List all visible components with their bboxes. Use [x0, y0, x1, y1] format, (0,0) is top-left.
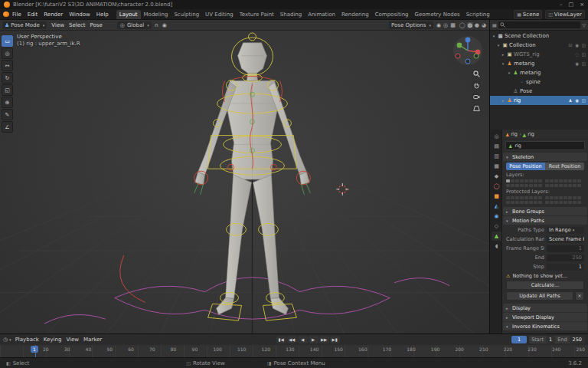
workspace-tab[interactable]: Animation [305, 10, 338, 19]
workspace-tab[interactable]: Geometry Nodes [412, 10, 463, 19]
protected-layer-toggle[interactable] [545, 196, 549, 199]
overlay-toggle-icon[interactable]: ▩ [449, 22, 456, 28]
close-icon[interactable]: × [575, 291, 584, 301]
protected-layer-toggle[interactable] [577, 201, 581, 204]
properties-tab[interactable]: ▦ [492, 162, 501, 171]
properties-tab[interactable]: ◉ [492, 212, 501, 221]
outliner-row-collection[interactable]: ▾ ▣ Collection ☑ ◉ ◫ [490, 41, 588, 50]
pan-hand-icon[interactable] [472, 80, 481, 90]
row-visibility-icons[interactable]: ♟ ◉ ◫ [569, 98, 586, 103]
properties-tab[interactable]: ◯ [492, 182, 501, 191]
playhead-frame-badge[interactable]: 1 [31, 346, 38, 353]
viewport-tool-button[interactable]: ◱ [2, 84, 13, 96]
layer-toggle[interactable] [520, 184, 524, 187]
mode-dropdown[interactable]: ♟ Pose Mode [2, 21, 47, 29]
filter-icon[interactable]: ▽ [582, 22, 586, 28]
properties-tab[interactable]: ▤ [492, 142, 501, 151]
protected-layer-toggle[interactable] [511, 196, 514, 199]
step-field[interactable]: 1 [547, 264, 584, 271]
protected-layer-toggle[interactable] [534, 196, 537, 199]
protected-layer-toggle[interactable] [520, 196, 524, 199]
menu-item[interactable]: File [9, 11, 24, 18]
section-header-skeleton[interactable]: Skeleton [503, 153, 587, 161]
properties-tab[interactable]: ◖ [492, 242, 501, 251]
outliner-row-metarig[interactable]: ▾ ♟ metarig ◉ ◫ [490, 59, 588, 68]
row-visibility-icons[interactable]: ◉ ◫ [575, 61, 586, 66]
transport-button[interactable]: ▶▮ [330, 336, 340, 343]
outliner-row-metarig-data[interactable]: ▾ ♟ metarig [490, 68, 588, 77]
layer-toggle[interactable] [559, 179, 563, 182]
pose-options-dropdown[interactable]: Pose Options [389, 21, 433, 29]
outliner-row-wgts-rig[interactable]: ▸ ▣ WGTS_rig ◌ ◫ [490, 50, 588, 59]
start-field[interactable]: 1 [546, 336, 555, 343]
timeline-menu-item[interactable]: Keying [41, 337, 64, 343]
protected-layer-toggle[interactable] [559, 196, 563, 199]
protected-layer-toggle[interactable] [573, 196, 577, 199]
armature-name-field[interactable]: ♟ rig [505, 141, 585, 150]
layer-toggle[interactable] [515, 184, 519, 187]
protected-layer-toggle[interactable] [529, 196, 533, 199]
layer-toggle[interactable] [511, 184, 514, 187]
outliner-row-scene-collection[interactable]: ▾ ▦ Scene Collection [490, 31, 588, 41]
layer-toggle[interactable] [529, 179, 533, 182]
protected-layer-toggle[interactable] [538, 201, 542, 204]
shading-mode-icon[interactable]: ◍ [467, 22, 473, 28]
close-button[interactable]: × [580, 2, 584, 8]
proportional-edit-icon[interactable]: ◉ [162, 22, 168, 28]
minimize-button[interactable]: – [560, 2, 563, 8]
layer-toggle[interactable] [550, 184, 554, 187]
shading-mode-icon[interactable]: ◯ [459, 22, 466, 28]
camera-view-icon[interactable] [472, 92, 481, 101]
workspace-tab[interactable]: Texture Paint [237, 10, 277, 19]
transport-button[interactable]: ◀ [298, 336, 308, 343]
protected-layer-toggle[interactable] [524, 196, 528, 199]
protected-layer-toggle[interactable] [511, 201, 514, 204]
calculation-range-dropdown[interactable]: Scene Frame Range [547, 236, 584, 243]
layer-toggle[interactable] [524, 184, 528, 187]
protected-layer-toggle[interactable] [550, 196, 554, 199]
workspace-tab[interactable]: Scripting [463, 10, 493, 19]
layer-toggle[interactable] [529, 184, 533, 187]
row-visibility-icons[interactable]: ☑ ◉ ◫ [569, 43, 586, 48]
shading-mode-icon[interactable]: ● [474, 22, 480, 28]
expand-icon[interactable]: ▾ [507, 71, 511, 75]
protected-layer-toggle[interactable] [506, 196, 510, 199]
properties-tab[interactable]: ◎ [492, 132, 501, 141]
row-visibility-icons[interactable]: ◌ ◫ [575, 52, 586, 57]
expand-icon[interactable]: ▾ [501, 61, 505, 66]
layer-toggle[interactable] [538, 179, 542, 182]
expand-icon[interactable]: ▾ [496, 43, 501, 48]
zoom-icon[interactable] [472, 69, 481, 78]
layer-toggle[interactable] [564, 179, 567, 182]
protected-layer-toggle[interactable] [520, 201, 524, 204]
transport-button[interactable]: ▶ [309, 336, 318, 343]
protected-layer-toggle[interactable] [554, 196, 558, 199]
viewport-menu-item[interactable]: View [49, 22, 67, 28]
layer-toggle[interactable] [568, 179, 572, 182]
shading-mode-icon[interactable]: ◕ [481, 22, 487, 28]
frame-start-field[interactable]: 1 [547, 245, 584, 252]
protected-layer-toggle[interactable] [554, 201, 558, 204]
viewport-tool-button[interactable]: ⊕ [2, 97, 13, 108]
section-header-bone-groups[interactable]: Bone Groups [503, 207, 587, 215]
layer-toggle[interactable] [506, 184, 510, 187]
snap-magnet-icon[interactable]: ∩ [154, 22, 159, 28]
pose-position-button[interactable]: Pose Position [506, 163, 545, 170]
properties-tab[interactable]: ◆ [492, 172, 501, 181]
scene-selector[interactable]: ▦ Scene [514, 10, 542, 19]
properties-tab[interactable]: ◇ [492, 222, 501, 231]
menu-item[interactable]: Edit [24, 11, 41, 18]
section-header-display[interactable]: Display [503, 304, 587, 312]
axis-gizmo[interactable] [452, 35, 483, 66]
timeline-menu-item[interactable]: Marker [81, 337, 104, 343]
3d-cursor[interactable] [336, 183, 348, 196]
properties-tab[interactable]: ■ [492, 192, 501, 201]
viewport-tool-button[interactable]: ↔ [2, 60, 13, 71]
timeline-menu-item[interactable]: Playback [13, 337, 41, 343]
overlay-toggle-icon[interactable]: ◎ [443, 22, 449, 28]
viewport-canvas[interactable]: User Perspective (1) rig : upper_arm_ik.… [0, 31, 489, 334]
layer-toggle[interactable] [573, 179, 577, 182]
breadcrumb-data[interactable]: rig [528, 131, 534, 137]
protected-layer-toggle[interactable] [534, 201, 537, 204]
protected-layer-toggle[interactable] [568, 201, 572, 204]
